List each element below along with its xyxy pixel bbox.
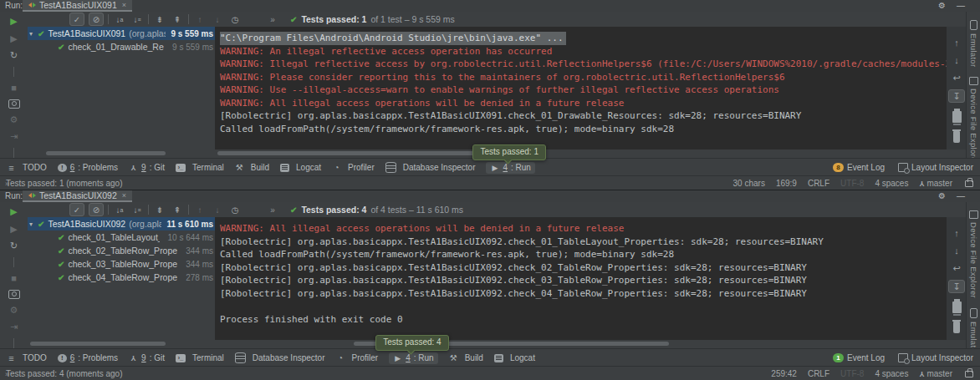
- settings-gear-icon[interactable]: ⚙: [938, 0, 946, 11]
- toolbar-icon[interactable]: ✓: [69, 203, 84, 216]
- toolbar-icon[interactable]: ▶: [8, 223, 21, 236]
- layout-inspector-button[interactable]: Layout Inspector: [898, 353, 973, 362]
- toolbar-icon[interactable]: ⚙: [8, 114, 21, 126]
- toolbar-icon[interactable]: ↑: [193, 13, 207, 25]
- hide-window-icon[interactable]: —: [957, 190, 965, 201]
- event-log-button[interactable]: 1 Event Log: [833, 353, 885, 362]
- toolbar-icon[interactable]: [13, 338, 14, 348]
- toolwindow-button[interactable]: 9: Git: [129, 163, 165, 173]
- toolbar-icon[interactable]: ▶: [8, 205, 21, 218]
- close-icon[interactable]: ×: [122, 191, 126, 200]
- toolbar-icon[interactable]: ↓: [113, 204, 126, 215]
- toolbar-icon[interactable]: ⇞: [171, 204, 184, 215]
- toolwindow-button[interactable]: Terminal: [176, 353, 224, 362]
- toolwindow-button[interactable]: 6: Problems: [58, 163, 118, 172]
- toolbar-icon[interactable]: ↻: [8, 241, 21, 253]
- toolbar-icon[interactable]: [13, 67, 14, 77]
- toolwindow-button[interactable]: ▶ 4: Run Tests passed: 1: [486, 162, 534, 174]
- run-console[interactable]: "C:\Program Files\Android\Android Studio…: [215, 27, 952, 149]
- console-toolbar-icon[interactable]: [952, 301, 962, 313]
- toolwindow-button[interactable]: 6: Problems: [58, 353, 118, 362]
- status-segment[interactable]: 30 chars: [733, 179, 765, 188]
- git-branch-widget[interactable]: master: [919, 369, 952, 378]
- hide-window-icon[interactable]: —: [957, 0, 965, 11]
- status-segment[interactable]: UTF-8: [840, 369, 864, 378]
- toolwindow-button[interactable]: 9: Git: [129, 353, 165, 363]
- lock-icon[interactable]: [965, 180, 973, 187]
- test-tree-row[interactable]: ▾ ✔ TestA1BasicUIX092 (org.aplas.basica …: [28, 217, 215, 231]
- console-toolbar-icon[interactable]: ↑: [950, 37, 963, 48]
- console-toolbar-icon[interactable]: ↑: [950, 227, 963, 239]
- toolwindow-button[interactable]: Database Inspector: [235, 352, 325, 363]
- toolbar-icon[interactable]: [8, 99, 20, 109]
- toolbar-icon[interactable]: ▶: [8, 15, 21, 28]
- test-tree-row[interactable]: ✔ check_01_Drawable_Resources 9 s 559 ms: [28, 40, 215, 53]
- toolwindow-button[interactable]: ≡ TODO: [7, 163, 47, 173]
- toolwindow-button[interactable]: ⚒ Build: [449, 353, 483, 363]
- console-toolbar-icon[interactable]: ↩: [950, 72, 963, 84]
- run-console[interactable]: WARNING: All illegal access operations w…: [215, 217, 952, 340]
- toolwindow-button[interactable]: ◔ Profiler: [336, 353, 379, 363]
- toolbar-icon[interactable]: [8, 290, 20, 299]
- toolbar-icon[interactable]: ⇟: [153, 13, 166, 25]
- console-horizontal-scrollbar[interactable]: [217, 151, 502, 155]
- toolbar-icon[interactable]: ↓: [113, 13, 126, 25]
- test-tree-row[interactable]: ✔ check_03_TableRow_Properties 344 ms: [28, 257, 215, 271]
- toolbar-icon[interactable]: ⇞: [171, 13, 184, 25]
- test-tree-row[interactable]: ▾ ✔ TestA1BasicUIX091 (org.aplas.basicap…: [28, 27, 215, 40]
- status-segment[interactable]: 4 spaces: [875, 369, 908, 378]
- test-tree-row[interactable]: ✔ check_02_TableRow_Properties 344 ms: [28, 244, 215, 257]
- expander-icon[interactable]: ▾: [29, 30, 38, 38]
- run-tab[interactable]: TestA1BasicUIX092 ×: [23, 190, 132, 202]
- toolwindow-button[interactable]: Terminal: [176, 163, 224, 172]
- toolbar-icon[interactable]: [108, 205, 109, 215]
- toolwindow-button[interactable]: Database Inspector: [385, 162, 476, 173]
- toolwindow-button[interactable]: Logcat: [280, 163, 321, 172]
- toolwindow-button[interactable]: ≡ TODO: [7, 353, 47, 363]
- close-icon[interactable]: ×: [122, 1, 126, 9]
- stripe-button[interactable]: Device File Explorer: [969, 210, 978, 298]
- toolbar-icon[interactable]: [13, 257, 14, 267]
- toolbar-icon[interactable]: ⇟: [153, 204, 166, 215]
- toolbar-icon[interactable]: »: [266, 204, 279, 215]
- toolbar-icon[interactable]: ⊘: [89, 13, 104, 26]
- toolbar-icon[interactable]: [108, 14, 109, 24]
- tree-horizontal-scrollbar[interactable]: [46, 151, 166, 155]
- stripe-button[interactable]: Emulator: [969, 20, 978, 67]
- toolbar-icon[interactable]: [148, 14, 149, 24]
- toolwindow-button[interactable]: Logcat: [494, 353, 535, 362]
- expander-icon[interactable]: ▾: [29, 220, 38, 228]
- console-toolbar-icon[interactable]: [952, 111, 962, 123]
- toolbar-icon[interactable]: ↑: [193, 204, 207, 215]
- toolbar-icon[interactable]: ↓: [130, 204, 144, 215]
- console-toolbar-icon[interactable]: ↧: [948, 280, 965, 293]
- toolbar-icon[interactable]: »: [266, 13, 279, 25]
- toolbar-icon[interactable]: [188, 14, 189, 24]
- toolwindow-button[interactable]: ⚒ Build: [235, 163, 269, 173]
- lock-icon[interactable]: [965, 371, 973, 377]
- toolbar-icon[interactable]: [13, 148, 14, 158]
- toolbar-icon[interactable]: ⇥: [8, 321, 21, 333]
- status-segment[interactable]: CRLF: [808, 369, 829, 378]
- toolbar-icon[interactable]: ■: [8, 272, 21, 285]
- run-tab[interactable]: TestA1BasicUIX091 ×: [23, 0, 132, 12]
- console-toolbar-icon[interactable]: ↓: [950, 54, 963, 66]
- test-tree-row[interactable]: ✔ check_01_TableLayout_Properties 10 s 6…: [28, 231, 215, 244]
- toolbar-icon[interactable]: ↓: [130, 13, 144, 25]
- tree-horizontal-scrollbar[interactable]: [30, 342, 166, 346]
- toolbar-icon[interactable]: ◷: [228, 13, 242, 25]
- console-toolbar-icon[interactable]: ↩: [950, 262, 963, 274]
- toolbar-icon[interactable]: ⚙: [8, 304, 21, 317]
- toolbar-icon[interactable]: ◷: [228, 204, 242, 215]
- toolbar-icon[interactable]: ↓: [211, 204, 224, 215]
- toolbar-icon[interactable]: ■: [8, 82, 21, 94]
- toolbar-icon[interactable]: ✓: [69, 13, 84, 26]
- stripe-button[interactable]: Emulator: [969, 308, 978, 348]
- event-log-button[interactable]: 8 Event Log: [833, 163, 885, 172]
- toolwindow-button[interactable]: ▶ 4: Run Tests passed: 4: [389, 352, 437, 364]
- git-branch-widget[interactable]: master: [919, 179, 952, 188]
- console-toolbar-icon[interactable]: ↓: [950, 245, 963, 256]
- toolbar-icon[interactable]: [148, 205, 149, 215]
- console-toolbar-icon[interactable]: [953, 131, 960, 143]
- toolbar-icon[interactable]: ↻: [8, 50, 21, 63]
